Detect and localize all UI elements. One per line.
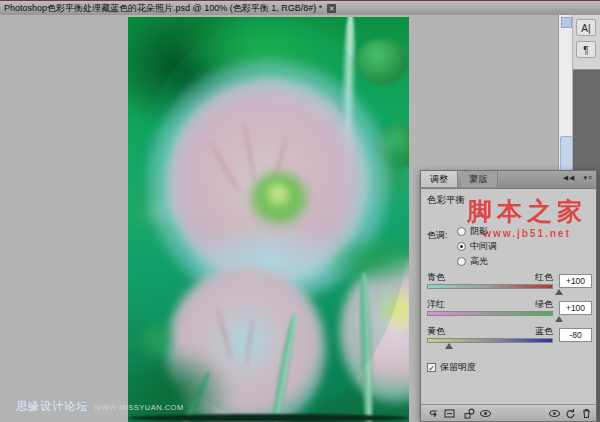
slider-right-label: 绿色 (427, 298, 553, 311)
radio-icon[interactable] (457, 227, 466, 236)
slider-handle[interactable] (555, 289, 563, 295)
radio-label: 阴影 (470, 225, 488, 238)
slider-track[interactable] (427, 311, 553, 316)
checkbox-label: 保留明度 (440, 361, 476, 374)
panel-body: 色彩平衡 脚本之家 www.jb51.net 色调: 阴影 中间调 高光 青色 … (421, 189, 596, 405)
radio-label: 高光 (470, 255, 488, 268)
slider-value-field[interactable]: -80 (559, 328, 592, 342)
return-to-adjustment-list-icon[interactable] (426, 407, 439, 420)
photo-color-cast-overlay (128, 17, 409, 422)
radio-icon[interactable] (457, 242, 466, 251)
radio-midtones[interactable]: 中间调 (457, 240, 497, 252)
slider-value-field[interactable]: +100 (559, 301, 592, 315)
tab-masks[interactable]: 蒙版 (461, 171, 498, 187)
close-icon[interactable]: ✕ (327, 4, 336, 13)
slider-handle[interactable] (445, 343, 453, 349)
switch-panel-view-icon[interactable] (443, 407, 456, 420)
radio-label: 中间调 (470, 240, 497, 253)
slider-handle[interactable] (555, 316, 563, 322)
jb51-watermark-name: 脚本之家 (459, 199, 595, 225)
panel-title: 色彩平衡 (427, 194, 465, 207)
photo-bottom-edge (128, 414, 409, 422)
magenta-green-slider-row: 洋红 绿色 +100 (421, 298, 598, 324)
panel-header-icons: ◀◀ ▾≡ (558, 174, 593, 182)
tab-adjustments[interactable]: 调整 (421, 171, 458, 187)
delete-adjustment-trash-icon[interactable] (580, 407, 593, 420)
radio-highlights[interactable]: 高光 (457, 255, 488, 267)
window-title: Photoshop色彩平衡处理藏蓝色的花朵照片.psd @ 100% (色彩平衡… (4, 2, 322, 15)
window-titlebar: Photoshop色彩平衡处理藏蓝色的花朵照片.psd @ 100% (色彩平衡… (0, 0, 600, 15)
reset-adjustment-icon[interactable] (564, 407, 577, 420)
panel-tabbar: 调整 蒙版 ◀◀ ▾≡ (421, 171, 596, 189)
slider-track[interactable] (427, 284, 553, 289)
yellow-blue-slider-row: 黄色 蓝色 -80 (421, 325, 598, 351)
document-photo (128, 17, 409, 422)
preserve-luminosity-checkbox[interactable]: ✓ 保留明度 (427, 361, 476, 374)
scrollbar-arrow-icon[interactable] (561, 17, 572, 28)
checkbox-icon[interactable]: ✓ (427, 363, 436, 372)
slider-value-field[interactable]: +100 (559, 274, 592, 288)
panel-footer-toolbar (421, 404, 596, 421)
radio-shadows[interactable]: 阴影 (457, 225, 488, 237)
panel-menu-icon[interactable]: ▾≡ (583, 174, 593, 181)
view-previous-state-eye-icon[interactable] (548, 407, 561, 420)
tone-label: 色调: (427, 229, 448, 242)
paragraph-panel-icon[interactable]: ¶ (576, 41, 596, 58)
slider-right-label: 蓝色 (427, 325, 553, 338)
collapse-panel-icon[interactable]: ◀◀ (563, 174, 576, 181)
adjustments-panel: 调整 蒙版 ◀◀ ▾≡ 色彩平衡 脚本之家 www.jb51.net 色调: 阴… (420, 170, 597, 422)
radio-icon[interactable] (457, 257, 466, 266)
watermark-site-name: 思缘设计论坛 (16, 399, 88, 414)
clip-to-layer-icon[interactable] (463, 407, 476, 420)
character-panel-icon[interactable]: A| (576, 19, 596, 36)
cyan-red-slider-row: 青色 红色 +100 (421, 271, 598, 297)
watermark-url: WWW.MISSYUAN.COM (94, 403, 184, 412)
scrollbar-thumb[interactable] (560, 136, 573, 174)
panel-dock-header: A| ¶ (573, 15, 600, 70)
missyuan-watermark: 思缘设计论坛 WWW.MISSYUAN.COM (16, 399, 184, 414)
toggle-visibility-eye-icon[interactable] (479, 407, 492, 420)
slider-right-label: 红色 (427, 271, 553, 284)
